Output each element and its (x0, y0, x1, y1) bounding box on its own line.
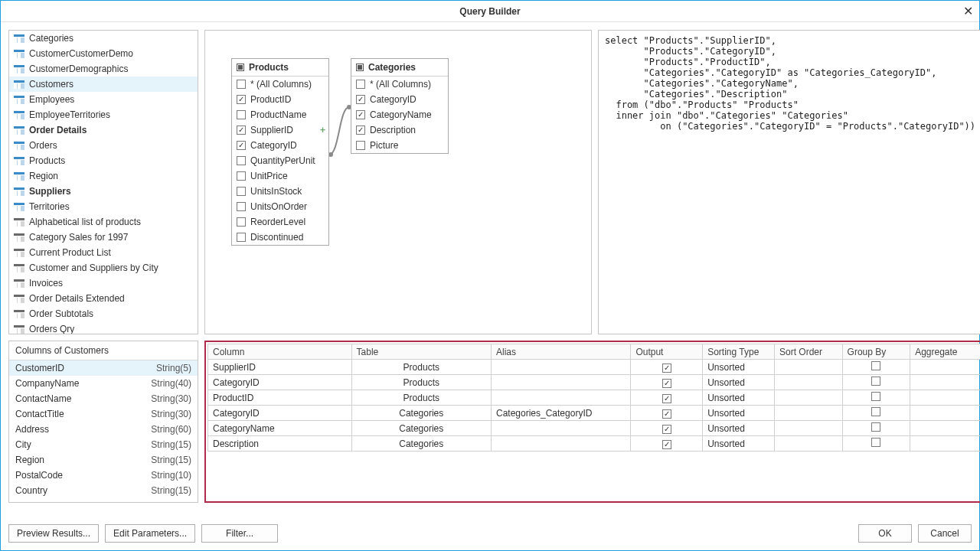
diagram-column-row[interactable]: * (All Columns) (351, 77, 448, 92)
grid-cell[interactable] (774, 421, 842, 436)
column-list-row[interactable]: CompanyNameString(40) (9, 376, 198, 391)
grid-row[interactable]: DescriptionCategoriesUnsorted (208, 436, 981, 452)
column-list-row[interactable]: CityString(15) (9, 437, 198, 452)
grid-cell[interactable] (491, 421, 630, 436)
diagram-panel[interactable]: Products* (All Columns)ProductIDProductN… (204, 30, 592, 334)
grid-checkbox[interactable] (871, 407, 880, 416)
grid-cell[interactable]: Description (208, 436, 352, 452)
column-checkbox[interactable] (237, 202, 246, 211)
grid-cell[interactable] (774, 360, 842, 375)
grid-cell[interactable] (842, 436, 910, 452)
table-tree-item[interactable]: Order Subtotals (9, 306, 198, 321)
table-tree-item[interactable]: EmployeeTerritories (9, 107, 198, 122)
column-checkbox[interactable] (356, 110, 365, 119)
grid-header-cell[interactable]: Column (208, 344, 352, 360)
grid-cell[interactable] (842, 406, 910, 421)
diagram-column-row[interactable]: CategoryName (351, 107, 448, 122)
grid-header-cell[interactable]: Alias (491, 344, 630, 360)
grid-checkbox[interactable] (662, 364, 671, 373)
grid-cell[interactable]: Unsorted (703, 390, 775, 406)
grid-checkbox[interactable] (662, 379, 671, 388)
column-checkbox[interactable] (237, 187, 246, 196)
cancel-button[interactable]: Cancel (918, 524, 972, 543)
grid-cell[interactable]: Categories_CategoryID (491, 406, 630, 421)
grid-cell[interactable] (842, 375, 910, 390)
table-tree-item[interactable]: Categories (9, 31, 198, 46)
table-tree-item[interactable]: Products (9, 153, 198, 168)
table-tree-item[interactable]: Customer and Suppliers by City (9, 260, 198, 276)
grid-cell[interactable] (842, 421, 910, 436)
grid-cell[interactable] (631, 390, 703, 406)
columns-list[interactable]: CustomerIDString(5)CompanyNameString(40)… (9, 360, 198, 502)
column-checkbox[interactable] (237, 171, 246, 181)
column-list-row[interactable]: ContactTitleString(30) (9, 406, 198, 422)
edit-parameters-button[interactable]: Edit Parameters... (105, 524, 195, 543)
grid-cell[interactable]: Products (351, 390, 491, 406)
table-tree-item[interactable]: CustomerDemographics (9, 61, 198, 77)
column-list-row[interactable]: CountryString(15) (9, 483, 198, 498)
grid-cell[interactable]: CategoryID (208, 375, 352, 390)
grid-cell[interactable] (910, 406, 980, 421)
tables-panel[interactable]: CategoriesCustomerCustomerDemoCustomerDe… (8, 30, 198, 334)
diagram-column-row[interactable]: Discontinued (232, 230, 328, 245)
grid-cell[interactable] (631, 360, 703, 375)
grid-cell[interactable] (774, 375, 842, 390)
grid-cell[interactable] (774, 406, 842, 421)
table-tree-item[interactable]: Order Details (9, 122, 198, 138)
diagram-column-row[interactable]: ProductID (232, 92, 328, 107)
column-checkbox[interactable] (237, 217, 246, 227)
diagram-column-row[interactable]: CategoryID (232, 138, 328, 153)
grid-row[interactable]: CategoryIDProductsUnsorted (208, 375, 981, 390)
grid-cell[interactable] (910, 421, 980, 436)
grid-cell[interactable] (842, 390, 910, 406)
grid-cell[interactable]: Categories (351, 421, 491, 436)
diagram-column-row[interactable]: SupplierID+ (232, 122, 328, 138)
grid-checkbox[interactable] (662, 394, 671, 403)
grid-cell[interactable] (631, 421, 703, 436)
grid-cell[interactable]: CategoryName (208, 421, 352, 436)
grid-header-cell[interactable]: Output (631, 344, 703, 360)
grid-row[interactable]: CategoryIDCategoriesCategories_CategoryI… (208, 406, 981, 421)
grid-cell[interactable] (774, 436, 842, 452)
diagram-column-row[interactable]: ProductName (232, 107, 328, 122)
ok-button[interactable]: OK (858, 524, 912, 543)
column-list-row[interactable]: ContactNameString(30) (9, 391, 198, 406)
table-tree-item[interactable]: Customers (9, 77, 198, 92)
grid-cell[interactable] (910, 360, 980, 375)
grid-cell[interactable] (491, 375, 630, 390)
filter-button[interactable]: Filter... (201, 524, 278, 543)
table-tree-item[interactable]: Current Product List (9, 245, 198, 260)
column-checkbox[interactable] (356, 80, 365, 89)
diagram-column-row[interactable]: UnitsOnOrder (232, 199, 328, 214)
grid-checkbox[interactable] (871, 438, 880, 447)
grid-checkbox[interactable] (871, 392, 880, 401)
table-tree-item[interactable]: Invoices (9, 276, 198, 291)
grid-cell[interactable]: CategoryID (208, 406, 352, 421)
grid-checkbox[interactable] (662, 425, 671, 434)
table-tree-item[interactable]: Employees (9, 92, 198, 107)
grid-cell[interactable] (491, 436, 630, 452)
preview-results-button[interactable]: Preview Results... (8, 524, 99, 543)
grid-checkbox[interactable] (662, 440, 671, 449)
grid-header-cell[interactable]: Group By (842, 344, 910, 360)
column-checkbox[interactable] (237, 126, 246, 135)
table-tree-item[interactable]: CustomerCustomerDemo (9, 46, 198, 61)
diagram-column-row[interactable]: Picture (351, 138, 448, 153)
table-tree-item[interactable]: Territories (9, 199, 198, 214)
table-tree-item[interactable]: Orders (9, 138, 198, 153)
diagram-column-row[interactable]: QuantityPerUnit (232, 153, 328, 168)
grid-cell[interactable] (631, 375, 703, 390)
column-list-row[interactable]: PostalCodeString(10) (9, 468, 198, 483)
diagram-column-row[interactable]: CategoryID (351, 92, 448, 107)
close-icon[interactable]: ✕ (963, 4, 973, 18)
grid-row[interactable]: CategoryNameCategoriesUnsorted (208, 421, 981, 436)
grid-cell[interactable] (910, 436, 980, 452)
grid-cell[interactable]: Products (351, 375, 491, 390)
grid-cell[interactable] (631, 436, 703, 452)
diagram-table-header[interactable]: Categories (351, 59, 448, 77)
column-checkbox[interactable] (356, 95, 365, 104)
grid-checkbox[interactable] (871, 422, 880, 432)
column-checkbox[interactable] (356, 141, 365, 150)
grid-header-cell[interactable]: Sort Order (774, 344, 842, 360)
grid-checkbox[interactable] (871, 361, 880, 370)
